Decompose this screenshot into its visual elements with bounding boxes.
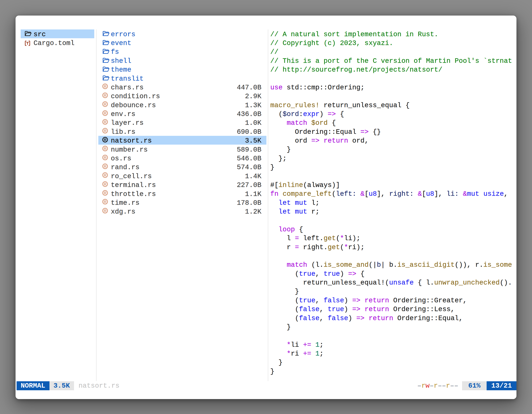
svg-text:R: R: [104, 147, 106, 151]
svg-text:R: R: [104, 200, 106, 204]
svg-text:R: R: [104, 155, 106, 160]
svg-text:R: R: [104, 94, 106, 97]
svg-text:R: R: [104, 164, 106, 169]
svg-text:R: R: [104, 85, 106, 88]
svg-text:R: R: [104, 182, 106, 186]
svg-text:R: R: [104, 129, 106, 133]
svg-text:R: R: [104, 120, 106, 124]
svg-text:R: R: [104, 102, 106, 106]
svg-text:R: R: [104, 111, 106, 115]
svg-text:R: R: [104, 191, 106, 195]
svg-text:R: R: [104, 209, 106, 213]
svg-text:R: R: [104, 173, 106, 177]
svg-text:R: R: [104, 138, 106, 142]
